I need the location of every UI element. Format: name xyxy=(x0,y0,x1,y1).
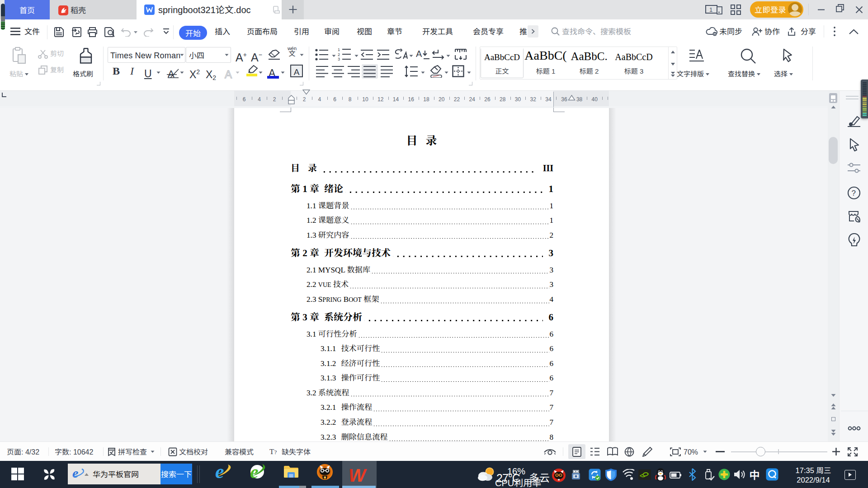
svg-text:2: 2 xyxy=(338,52,340,57)
svg-text:?: ? xyxy=(852,189,856,197)
svg-text:e: e xyxy=(215,463,224,480)
svg-text:e: e xyxy=(72,467,78,480)
svg-text:A: A xyxy=(416,49,422,59)
svg-text:3: 3 xyxy=(338,57,340,61)
svg-text:1: 1 xyxy=(338,48,340,52)
svg-text:e: e xyxy=(250,463,259,480)
svg-text:1: 1 xyxy=(709,6,712,13)
svg-text:W: W xyxy=(349,465,367,483)
